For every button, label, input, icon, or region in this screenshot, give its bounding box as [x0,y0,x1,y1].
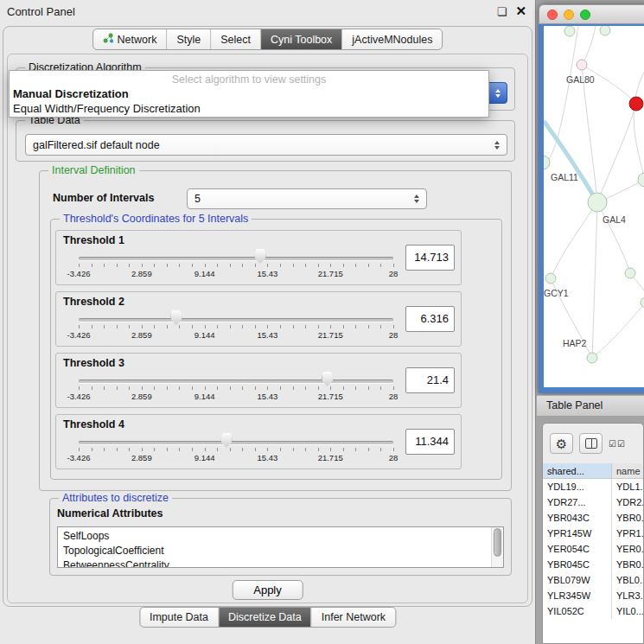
scrollbar-thumb[interactable] [494,528,501,557]
threshold-label: Threshold 2 [63,296,124,308]
table-toolbar: ⚙ ☑☑ [543,424,643,463]
tab-label: jActiveMNodules [352,34,432,46]
tick-mark [217,386,218,390]
table-data-selected: galFiltered.sif default node [33,139,160,151]
network-node[interactable] [600,26,610,35]
tick-mark [179,386,180,390]
network-node[interactable] [564,26,575,36]
tab-label: Infer Network [322,611,386,623]
tick-mark [167,264,168,267]
float-window-icon[interactable]: ❏ [497,5,507,18]
table-row[interactable]: YPR145WYPR1... [543,526,643,541]
network-node[interactable] [638,173,644,187]
number-of-intervals-value: 5 [194,193,201,205]
algorithm-option-equal-width-frequency-discretization[interactable]: Equal Width/Frequency Discretization [10,101,488,116]
table-cell: YBR043C [543,510,612,526]
network-node-gcy1[interactable] [545,273,556,284]
number-of-intervals-combo[interactable]: 5 [187,188,427,209]
apply-button[interactable]: Apply [232,580,303,600]
node-label: HAP2 [563,338,587,348]
network-node[interactable] [625,268,635,278]
tick-mark [305,386,306,390]
algorithm-option-manual-discretization[interactable]: Manual Discretization [10,86,488,101]
network-node-gal4[interactable] [588,193,607,212]
mac-close-icon[interactable] [547,10,558,20]
bottom-tab-infer-network[interactable]: Infer Network [312,608,395,627]
bottom-tabbar: Impute DataDiscretize DataInfer Network [139,607,396,628]
bottom-tab-impute-data[interactable]: Impute Data [140,608,219,627]
list-item-selfloops[interactable]: SelfLoops [58,529,503,544]
checkboxes-icon[interactable]: ☑☑ [609,439,626,449]
axis-label: 28 [389,453,399,462]
attributes-listbox[interactable]: SelfLoopsTopologicalCoefficientBetweenne… [57,526,504,568]
list-item-topologicalcoefficient[interactable]: TopologicalCoefficient [58,544,503,558]
column-header-name[interactable]: name [612,463,643,478]
network-node[interactable] [641,297,644,308]
select-columns-button[interactable] [579,433,603,454]
axis-label: 28 [389,269,399,278]
tab-jactivemnodules[interactable]: jActiveMNodules [342,29,442,49]
threshold-slider[interactable]: -3.4262.8599.14415.4321.71528 [79,371,393,407]
network-node-gal11[interactable] [544,156,550,169]
table-row[interactable]: YBL079WYBL0... [543,572,643,588]
axis-label: 21.715 [318,330,343,340]
tab-network[interactable]: Network [93,29,168,49]
threshold-value-box[interactable]: 6.316 [405,306,455,332]
mac-minimize-icon[interactable] [564,10,574,20]
network-node-gal80[interactable] [577,60,587,70]
network-canvas[interactable]: GAL80GAL11GAL4GCY1HAP2 [544,26,644,387]
threshold-value-box[interactable]: 14.713 [405,245,455,271]
tick-mark [393,386,394,390]
table-cell: YDL19... [543,479,612,494]
table-row[interactable]: YDL19...YDL1... [543,479,643,494]
table-row[interactable]: YDR27...YDR2... [543,494,643,510]
table-cell: YDL1... [612,479,643,494]
threshold-value-box[interactable]: 21.4 [405,367,455,393]
slider-ticks [79,325,393,329]
table-row[interactable]: YIL052CYIL0... [543,603,643,619]
tick-mark [117,386,118,390]
tab-cyni-toolbox[interactable]: Cyni Toolbox [261,29,342,49]
list-item-betweennesscentrality[interactable]: BetweennessCentrality [58,558,503,568]
axis-label: -3.426 [67,269,91,278]
tick-mark [343,264,344,267]
combo-stepper-icon[interactable] [488,82,507,104]
table-cell: YBR0... [612,510,643,526]
table-cell: YBR0... [612,557,643,572]
threshold-slider[interactable]: -3.4262.8599.14415.4321.71528 [79,432,393,469]
table-panel-header[interactable]: Table Panel [537,395,644,417]
threshold-panel: Threshold 3 21.4 -3.4262.8599.14415.4321… [55,353,462,408]
network-node[interactable] [629,97,643,111]
threshold-slider[interactable]: -3.4262.8599.14415.4321.71528 [79,309,393,346]
column-header-shared-[interactable]: shared... [543,463,612,478]
tick-mark [192,325,193,328]
axis-label: 21.715 [318,269,343,278]
close-icon[interactable]: ✕ [515,3,526,19]
mac-zoom-icon[interactable] [580,10,590,20]
combo-stepper-icon[interactable] [414,194,419,203]
tick-mark [393,448,394,451]
tick-mark [92,386,92,390]
scrollbar[interactable] [491,527,503,567]
table-row[interactable]: YLR345WYLR3... [543,588,643,603]
slider-ticks [79,386,393,391]
combo-stepper-icon[interactable] [494,141,500,150]
tick-mark [192,386,193,390]
table-row[interactable]: YBR045CYBR0... [543,557,643,572]
tab-select[interactable]: Select [211,29,261,49]
table-row[interactable]: YER054CYER0... [543,541,643,557]
threshold-slider[interactable]: -3.4262.8599.14415.4321.71528 [79,248,393,284]
table-row[interactable]: YBR043CYBR0... [543,510,643,526]
tick-mark [192,448,193,451]
tick-mark [79,264,80,267]
table-data-combo[interactable]: galFiltered.sif default node [25,134,507,156]
table-settings-button[interactable]: ⚙ [550,433,573,454]
tab-style[interactable]: Style [167,29,211,49]
tick-mark [368,448,369,451]
tab-label: Style [176,34,201,46]
tab-label: Cyni Toolbox [271,34,332,46]
threshold-value-box[interactable]: 11.344 [405,429,455,455]
tick-mark [230,386,231,390]
network-node-hap2[interactable] [587,353,597,363]
bottom-tab-discretize-data[interactable]: Discretize Data [219,608,312,627]
